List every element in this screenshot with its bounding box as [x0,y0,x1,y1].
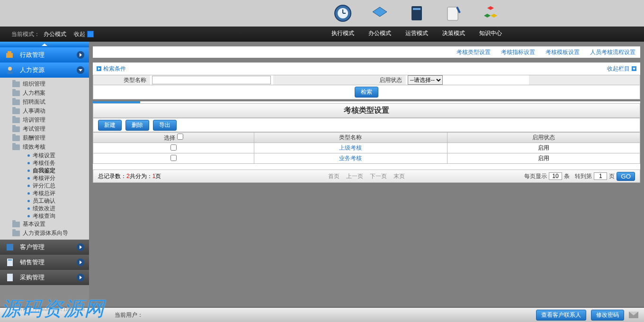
nav-knowledge[interactable] [478,4,503,27]
pager-go-button[interactable]: GO [617,172,635,181]
admin-icon [5,50,15,60]
svg-rect-15 [7,71,13,74]
link-indicator-settings[interactable]: 考核指标设置 [501,48,535,56]
nav-office-mode[interactable] [367,4,393,27]
top-nav-icons [0,4,644,27]
perf-sub-confirm[interactable]: 员工确认 [0,197,89,205]
content-area: 考核类型设置 考核指标设置 考核模板设置 人员考核流程设置 检索条件 收起栏目 … [89,42,644,322]
sales-icon [5,257,15,268]
sidebar-section-customer[interactable]: 客户管理 [0,240,89,255]
nav-exec-mode[interactable] [330,4,356,27]
tree-item-training[interactable]: 培训管理 [0,116,89,125]
type-name-input[interactable] [152,76,271,84]
svg-marker-11 [491,14,497,18]
current-user-label: 当前用户： [115,311,143,319]
perf-sub-task[interactable]: 考核任务 [0,159,89,167]
perf-sub-score[interactable]: 考核评分 [0,174,89,182]
svg-rect-6 [413,8,420,10]
sidebar-section-purchase[interactable]: 采购管理 [0,270,89,285]
link-template-settings[interactable]: 考核模板设置 [546,48,580,56]
nav-ops-mode[interactable] [404,4,429,27]
new-button[interactable]: 新建 [98,120,122,131]
pager-last[interactable]: 末页 [394,172,405,180]
tree-item-salary[interactable]: 薪酬管理 [0,134,89,143]
pager-next[interactable]: 下一页 [370,172,387,180]
pager-goto-unit: 页 [609,172,615,180]
sidebar-section-admin[interactable]: 行政管理 [0,47,89,63]
chevron-right-icon [77,259,84,266]
server-icon [407,4,426,23]
export-button[interactable]: 导出 [153,120,177,131]
svg-marker-9 [487,6,494,10]
chevron-right-icon [77,274,84,281]
perf-sub-overall[interactable]: 考核总评 [0,189,89,197]
nav-label-exec[interactable]: 执行模式 [330,29,356,39]
bottom-bar: 当前用户： 查看客户联系人 修改密码 [0,307,644,322]
perf-sub-improve[interactable]: 绩效改进 [0,205,89,212]
pager-total: 2 [126,173,130,179]
delete-button[interactable]: 删除 [125,120,149,131]
tree-item-basic[interactable]: 基本设置 [0,220,89,229]
sidebar-section-hr[interactable]: 人力资源 [0,63,89,78]
perf-sub-settings[interactable]: 考核设置 [0,152,89,159]
sidebar-scroll-up[interactable] [0,42,89,47]
nav-decision-mode[interactable] [441,4,466,27]
perf-sub-self[interactable]: 自我鉴定 [0,167,89,174]
svg-rect-18 [8,259,12,260]
row-name-link[interactable]: 业务考核 [339,155,362,161]
folder-icon [12,135,20,141]
pager-prev[interactable]: 上一页 [346,172,363,180]
pager-first[interactable]: 首页 [328,172,340,180]
col-status: 启用状态 [447,133,640,143]
select-all-checkbox[interactable] [177,134,183,140]
pager-perpage-input[interactable] [549,172,562,180]
tree-item-recruit[interactable]: 招聘面试 [0,98,89,107]
search-button-row: 检索 [93,85,640,99]
list-title: 考核类型设置 [93,104,640,118]
tree-item-org[interactable]: 组织管理 [0,80,89,89]
row-checkbox[interactable] [170,155,177,161]
pager-perpage-unit: 条 [564,172,570,180]
bullet-icon [27,215,30,217]
svg-rect-16 [7,244,13,250]
note-icon [444,4,463,23]
status-label: 启用状态 [273,75,406,85]
sidebar-label-admin: 行政管理 [20,51,45,59]
caret-icon [97,66,101,71]
search-button[interactable]: 检索 [355,87,378,98]
sidebar-section-sales[interactable]: 销售管理 [0,255,89,270]
nav-label-knowledge[interactable]: 知识中心 [478,29,503,39]
nav-label-decision[interactable]: 决策模式 [441,29,466,39]
tree-item-perf[interactable]: 绩效考核 [0,143,89,152]
caret-down-icon [632,66,636,71]
collapse-panel-link[interactable]: 收起栏目 [607,65,636,73]
row-name-link[interactable]: 上级考核 [339,144,362,151]
hr-icon [5,65,15,75]
nav-label-ops[interactable]: 运营模式 [404,29,429,39]
bullet-icon [27,200,30,202]
pager-pages: 1 [152,173,156,179]
list-panel: 考核类型设置 新建 删除 导出 选择 类型名称 启用状态 上级考核 启用 [93,104,640,183]
nav-label-office[interactable]: 办公模式 [367,29,393,39]
pager-goto-input[interactable] [594,172,607,180]
folder-icon [12,231,20,236]
tree-item-exam[interactable]: 考试管理 [0,125,89,134]
link-flow-settings[interactable]: 人员考核流程设置 [590,48,635,56]
perf-sub-query[interactable]: 考核查询 [0,212,89,220]
tree-item-wizard[interactable]: 人力资源体系向导 [0,229,89,238]
perf-sub-summary[interactable]: 评分汇总 [0,182,89,189]
folder-icon [12,222,20,227]
change-password-button[interactable]: 修改密码 [591,310,624,321]
bullet-icon [27,162,30,164]
view-contact-button[interactable]: 查看客户联系人 [536,310,586,321]
link-type-settings[interactable]: 考核类型设置 [456,48,491,56]
data-grid: 选择 类型名称 启用状态 上级考核 启用 业务考核 启用 [93,132,640,164]
hr-tree: 组织管理 人力档案 招聘面试 人事调动 培训管理 考试管理 薪酬管理 绩效考核 … [0,78,89,240]
mail-icon[interactable] [629,312,638,318]
status-select[interactable]: --请选择-- [408,75,443,85]
tree-item-transfer[interactable]: 人事调动 [0,107,89,116]
row-checkbox[interactable] [170,144,177,151]
tree-item-archive[interactable]: 人力档案 [0,89,89,98]
bullet-icon [27,170,30,172]
type-name-label: 类型名称 [93,75,150,85]
